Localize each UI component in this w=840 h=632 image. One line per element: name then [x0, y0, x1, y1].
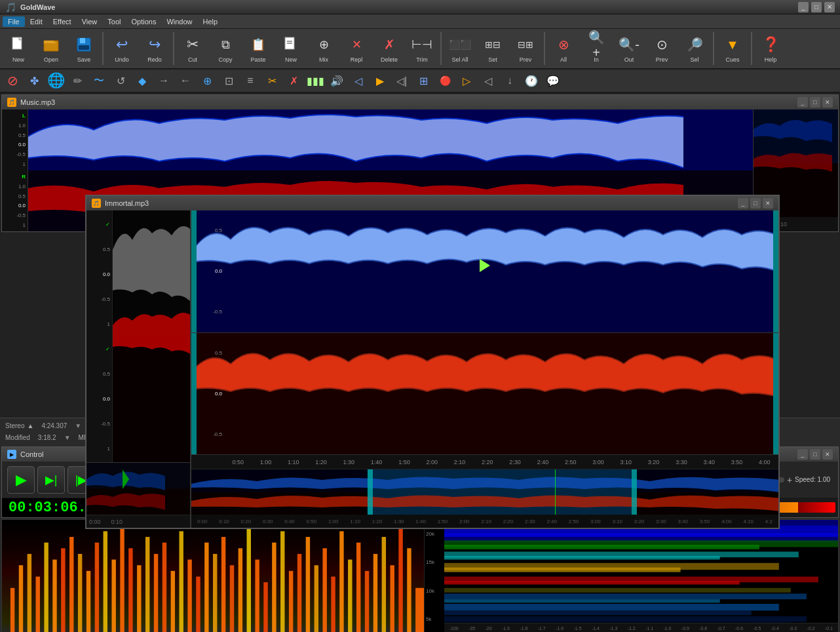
db-n15: -1.5 [573, 626, 581, 631]
tb2-wave-btn[interactable]: 〜 [89, 71, 109, 90]
next-marker-button[interactable]: ▶| [37, 466, 65, 494]
tb2-speaker-btn[interactable]: 🔊 [327, 71, 347, 90]
tb2-stop-btn[interactable]: ⊘ [3, 71, 22, 90]
tb2-pencil-btn[interactable]: ✏ [67, 71, 87, 90]
music-minimize[interactable]: _ [797, 97, 808, 108]
tb2-globe2-btn[interactable]: ⊕ [197, 71, 217, 90]
tb2-loop-btn[interactable]: ↺ [111, 71, 130, 90]
selall-button[interactable]: ⬛⬛ Sel All [444, 30, 476, 67]
new2-button[interactable]: New [275, 30, 307, 67]
ovtl-320: 3:20 [634, 519, 645, 524]
all-label: All [560, 56, 567, 63]
ovtl-000: 0:00 [197, 519, 208, 524]
sel-button[interactable]: 🔎 Sel [679, 30, 710, 67]
menu-item-tool[interactable]: Tool [102, 16, 126, 27]
immortal-close[interactable]: ✕ [763, 198, 773, 208]
tl-130: 1:30 [343, 459, 355, 465]
ctrl-minimize[interactable]: _ [797, 449, 808, 460]
overview-tl-inner: 0:00 0:10 0:20 0:30 0:40 0:50 1:00 1:10 … [191, 519, 778, 524]
tb2-diamond-btn[interactable]: ◆ [132, 71, 152, 90]
timeline-inner: 0:50 1:00 1:10 1:20 1:30 1:40 1:50 2:00 … [224, 459, 778, 465]
immortal-left-time: 0:00 0:10 [86, 515, 190, 528]
sel-label: Sel [690, 56, 698, 63]
trim-button[interactable]: ⊢⊣ Trim [406, 30, 438, 67]
cut-button[interactable]: ✂ Cut [177, 30, 208, 67]
save-button[interactable]: Save [68, 30, 100, 67]
svg-rect-59 [272, 543, 276, 632]
svg-rect-70 [365, 571, 369, 632]
ovtl-130: 1:30 [394, 519, 404, 524]
menu-item-help[interactable]: Help [198, 16, 223, 27]
help-button[interactable]: ❓ Help [755, 30, 786, 67]
tl-210: 2:10 [454, 459, 466, 465]
menu-item-options[interactable]: Options [126, 16, 161, 27]
prev-button[interactable]: ⊟⊞ Prev [510, 30, 541, 67]
tb2-arrow-right-btn[interactable]: → [154, 71, 174, 90]
immortal-bottom-svg [191, 333, 778, 455]
ctrl-close[interactable]: ✕ [822, 449, 833, 460]
copy-button[interactable]: ⧉ Copy [210, 30, 241, 67]
overview-sel-left [368, 469, 373, 515]
cues-button[interactable]: ▼ Cues [717, 30, 748, 67]
zoomin-button[interactable]: 🔍+ In [581, 30, 612, 67]
new-button[interactable]: New [3, 30, 34, 67]
tb2-red-x-btn[interactable]: 🔴 [435, 71, 455, 90]
tb2-prev-btn[interactable]: ◁ [349, 71, 368, 90]
tb2-zoom-btn[interactable]: ⊞ [413, 71, 433, 90]
tb2-bars-btn[interactable]: ▮▮▮ [305, 71, 325, 90]
undo-button[interactable]: ↩ Undo [106, 30, 138, 67]
tb2-arrow-down-btn[interactable]: ↓ [500, 71, 520, 90]
menu-item-file[interactable]: File [3, 16, 25, 27]
tb2-tri-left-btn[interactable]: ◁ [478, 71, 498, 90]
maximize-button[interactable]: □ [811, 2, 822, 12]
tb2-move-btn[interactable]: ✤ [24, 71, 44, 90]
tb2-flag-btn[interactable]: ▶ [370, 71, 390, 90]
tb2-contract-btn[interactable]: ≡ [240, 71, 260, 90]
main-editing-area: 🎵 Music.mp3 _ □ ✕ L 1.0 0.5 0.0 -0.5 1 R… [0, 93, 840, 418]
tb2-clock-btn[interactable]: 🕐 [522, 71, 541, 90]
mix-button[interactable]: ⊕ Mix [308, 30, 339, 67]
all-button[interactable]: ⊗ All [548, 30, 579, 67]
paste-button[interactable]: 📋 Paste [242, 30, 274, 67]
tb2-tri-right-btn[interactable]: ▷ [457, 71, 476, 90]
menu-item-edit[interactable]: Edit [25, 16, 48, 27]
cues-icon: ▼ [722, 34, 743, 55]
music-maximize[interactable]: □ [810, 97, 820, 108]
close-button[interactable]: ✕ [824, 2, 835, 12]
immortal-minimize[interactable]: _ [738, 198, 748, 208]
replace-button[interactable]: ✕ Repl [341, 30, 372, 67]
il-r00: 0.0 [88, 396, 110, 402]
immortal-maximize[interactable]: □ [750, 198, 761, 208]
ctrl-maximize[interactable]: □ [810, 449, 820, 460]
tb2-expand-btn[interactable]: ⊡ [219, 71, 239, 90]
music-close[interactable]: ✕ [822, 97, 833, 108]
zoomout-button[interactable]: 🔍- Out [613, 30, 645, 67]
spectrum-analyzer-svg [444, 520, 838, 632]
db-n12: -1.2 [628, 626, 636, 631]
minimize-button[interactable]: _ [798, 2, 809, 12]
immortal-title: Immortal.mp3 [105, 199, 149, 207]
menu-item-window[interactable]: Window [161, 16, 197, 27]
ovtl-42: 4:2 [765, 519, 773, 524]
tl-120: 1:20 [315, 459, 327, 465]
ovtl-050: 0:50 [307, 519, 317, 524]
tb2-globe-btn[interactable]: 🌐 [46, 71, 66, 90]
menubar: File Edit Effect View Tool Options Windo… [0, 14, 840, 29]
menu-item-effect[interactable]: Effect [48, 16, 77, 27]
left-t-10: 0:10 [111, 519, 123, 525]
tl-240: 2:40 [537, 459, 549, 465]
tb2-scissors-btn[interactable]: ✂ [262, 71, 282, 90]
redo-button[interactable]: ↪ Redo [139, 30, 170, 67]
tb2-flag2-btn[interactable]: ◁| [392, 71, 411, 90]
menu-item-view[interactable]: View [77, 16, 103, 27]
open-button[interactable]: Open [35, 30, 67, 67]
svg-rect-40 [111, 560, 115, 632]
set-button[interactable]: ⊞⊟ Set [477, 30, 508, 67]
prev2-button[interactable]: ⊙ Prev [646, 30, 678, 67]
svg-rect-83 [444, 556, 720, 559]
delete-button[interactable]: ✗ Delete [373, 30, 405, 67]
tb2-arrow-left-btn[interactable]: ← [176, 71, 195, 90]
play-button[interactable]: ▶ [7, 466, 35, 494]
tb2-bubble-btn[interactable]: 💬 [543, 71, 563, 90]
tb2-cross-btn[interactable]: ✗ [284, 71, 303, 90]
